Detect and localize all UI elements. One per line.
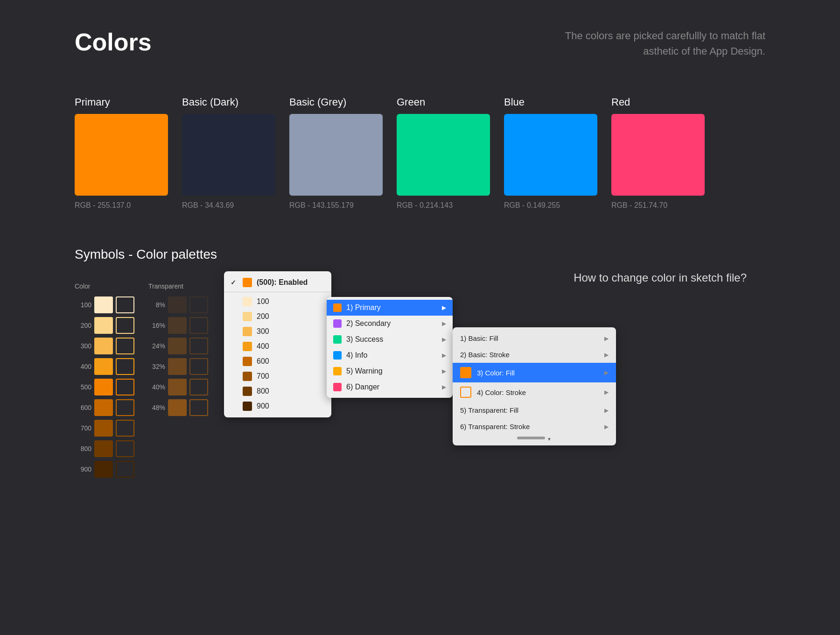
item-label-700: 700 — [257, 372, 269, 381]
transparent-row — [148, 419, 208, 437]
swatch-rgb: RGB - 255.137.0 — [75, 201, 168, 210]
tertiary-label-transparent-stroke: 6) Transparent: Stroke — [460, 423, 530, 430]
transparent-swatch-fill — [168, 296, 187, 313]
symbols-section: Symbols - Color palettes Color 100 200 3… — [75, 247, 765, 480]
outline-swatch — [116, 296, 134, 313]
item-label-800: 800 — [257, 387, 269, 395]
arrow-right-icon: ▶ — [442, 304, 446, 311]
color-dot-info — [333, 351, 342, 360]
tertiary-item-transparent-stroke[interactable]: 6) Transparent: Stroke ▶ — [453, 418, 616, 435]
color-dot-400 — [243, 342, 252, 351]
item-left: 6) Transparent: Stroke — [460, 423, 530, 430]
secondary-item-danger[interactable]: 6) Danger ▶ — [327, 379, 453, 395]
dropdown-item-900[interactable]: 900 — [224, 399, 331, 414]
secondary-item-primary[interactable]: 1) Primary ▶ — [327, 300, 453, 316]
color-dot-300 — [243, 327, 252, 336]
color-dot-warning — [333, 367, 342, 375]
secondary-label-success: 3) Success — [346, 335, 383, 344]
swatch-item: Red RGB - 251.74.70 — [611, 96, 705, 210]
dropdown-item-100[interactable]: 100 — [224, 294, 331, 309]
palette-row: 800 — [75, 439, 134, 458]
item-label-900: 900 — [257, 402, 269, 410]
outline-swatch — [116, 317, 134, 334]
dropdown-item-600[interactable]: 600 — [224, 354, 331, 369]
color-dot-success — [333, 335, 342, 344]
row-label: 200 — [75, 322, 91, 329]
tertiary-label-basic-fill: 1) Basic: Fill — [460, 334, 498, 342]
tertiary-item-basic-fill[interactable]: 1) Basic: Fill ▶ — [453, 330, 616, 346]
transparent-pct: 48% — [148, 404, 165, 411]
swatch-item: Basic (Grey) RGB - 143.155.179 — [289, 96, 383, 210]
item-label-300: 300 — [257, 327, 269, 336]
transparent-pct: 16% — [148, 322, 165, 329]
dropdown-item-800[interactable]: 800 — [224, 384, 331, 399]
header-section: Colors The colors are picked carefullly … — [75, 28, 765, 59]
outline-swatch — [116, 461, 134, 478]
palette-row: 400 — [75, 357, 134, 376]
item-left: 1) Basic: Fill — [460, 334, 498, 342]
arrow-right-icon: ▶ — [604, 389, 609, 395]
solid-swatch — [94, 317, 113, 334]
secondary-label-warning: 5) Warning — [346, 367, 383, 375]
row-label: 700 — [75, 424, 91, 432]
transparent-row: 8% — [148, 296, 208, 314]
tertiary-item-transparent-fill[interactable]: 5) Transparent: Fill ▶ — [453, 402, 616, 418]
color-dot-100 — [243, 297, 252, 306]
tertiary-item-color-fill[interactable]: 3) Color: Fill ▶ — [453, 363, 616, 382]
swatch-item: Basic (Dark) RGB - 34.43.69 — [182, 96, 275, 210]
swatch-box — [397, 114, 490, 196]
tertiary-item-basic-stroke[interactable]: 2) Basic: Stroke ▶ — [453, 346, 616, 363]
swatch-box — [182, 114, 275, 196]
transparent-pct: 40% — [148, 383, 165, 391]
header-subtitle: The colors are picked carefullly to matc… — [532, 28, 765, 59]
swatch-box — [289, 114, 383, 196]
transparent-pct: 32% — [148, 363, 165, 370]
transparent-row — [148, 460, 208, 479]
swatch-label: Primary — [75, 96, 168, 108]
check-icon: ✓ — [231, 279, 238, 286]
secondary-label-primary: 1) Primary — [346, 303, 381, 312]
item-label-100: 100 — [257, 297, 269, 306]
color-dot-200 — [243, 312, 252, 321]
swatch-box — [504, 114, 597, 196]
swatch-item: Primary RGB - 255.137.0 — [75, 96, 168, 210]
color-dot-fill — [460, 367, 471, 378]
secondary-item-secondary[interactable]: 2) Secondary ▶ — [327, 316, 453, 332]
row-label: 600 — [75, 404, 91, 411]
dropdown-secondary: 1) Primary ▶ 2) Secondary ▶ — [327, 297, 453, 398]
dropdown-item-200[interactable]: 200 — [224, 309, 331, 324]
dropdown-item-300[interactable]: 300 — [224, 324, 331, 339]
tertiary-item-color-stroke[interactable]: 4) Color: Stroke ▶ — [453, 382, 616, 402]
color-dot-enabled — [243, 278, 252, 287]
palette-row: 300 — [75, 337, 134, 355]
arrow-right-icon: ▶ — [604, 423, 609, 430]
transparent-row: 40% — [148, 378, 208, 396]
row-label: 400 — [75, 363, 91, 370]
color-dot-700 — [243, 372, 252, 381]
outline-swatch — [116, 440, 134, 457]
transparent-swatch-outline — [189, 379, 208, 395]
secondary-item-warning[interactable]: 5) Warning ▶ — [327, 363, 453, 379]
dropdown-item-400[interactable]: 400 — [224, 339, 331, 354]
outline-swatch — [116, 420, 134, 437]
secondary-item-success[interactable]: 3) Success ▶ — [327, 332, 453, 347]
secondary-item-info[interactable]: 4) Info ▶ — [327, 347, 453, 363]
outline-swatch — [116, 379, 134, 395]
transparent-swatch-outline — [189, 317, 208, 334]
palette-row: 100 — [75, 296, 134, 314]
item-left: 1) Primary — [333, 303, 381, 312]
tertiary-label-basic-stroke: 2) Basic: Stroke — [460, 351, 510, 359]
item-label: (500): Enabled — [257, 278, 308, 287]
color-swatches-row: Primary RGB - 255.137.0 Basic (Dark) RGB… — [75, 96, 765, 210]
dropdown-item-enabled[interactable]: ✓ (500): Enabled — [224, 275, 331, 290]
arrow-right-icon: ▶ — [604, 335, 609, 342]
item-left: 4) Info — [333, 351, 367, 360]
item-label-600: 600 — [257, 357, 269, 366]
dropdown-item-700[interactable]: 700 — [224, 369, 331, 384]
transparent-row — [148, 439, 208, 458]
color-column: Color 100 200 300 400 500 600 — [75, 281, 134, 480]
transparent-row: 32% — [148, 357, 208, 376]
outline-swatch — [116, 338, 134, 354]
symbols-content: Color 100 200 300 400 500 600 — [75, 281, 765, 480]
solid-swatch — [94, 338, 113, 354]
